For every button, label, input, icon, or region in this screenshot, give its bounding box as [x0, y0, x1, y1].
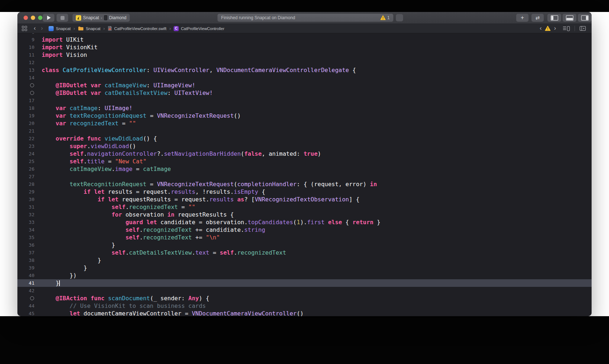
- breadcrumb-group[interactable]: Snapcat: [78, 26, 100, 31]
- line-number[interactable]: 35: [17, 234, 34, 241]
- code-line-12[interactable]: 12: [17, 59, 592, 66]
- code-line-29[interactable]: 29 if let results = request.results, !re…: [17, 188, 592, 196]
- code-line-40[interactable]: 40 }): [17, 272, 592, 279]
- outlet-connection-circle-icon[interactable]: [30, 296, 34, 300]
- line-number[interactable]: 42: [17, 287, 34, 294]
- code-line-14[interactable]: 14: [17, 74, 592, 81]
- fullscreen-window-button[interactable]: [38, 16, 42, 20]
- line-number[interactable]: 10: [17, 43, 34, 51]
- warning-badge[interactable]: 1: [380, 15, 390, 20]
- line-number[interactable]: 20: [17, 120, 34, 127]
- line-number[interactable]: 12: [17, 59, 34, 66]
- minimize-window-button[interactable]: [31, 16, 35, 20]
- code-line-13[interactable]: 13class CatProfileViewController: UIView…: [17, 66, 592, 74]
- line-number[interactable]: 18: [17, 104, 34, 112]
- line-number[interactable]: 17: [17, 97, 34, 104]
- outlet-connection-circle-icon[interactable]: [30, 91, 34, 95]
- library-add-button[interactable]: +: [516, 14, 529, 22]
- line-number[interactable]: 25: [17, 158, 34, 165]
- code-line-31[interactable]: 31 self.recognizedText = "": [17, 203, 592, 211]
- stop-button[interactable]: [57, 14, 68, 22]
- line-number[interactable]: 41: [17, 279, 34, 287]
- add-editor-button[interactable]: [580, 26, 586, 31]
- connection-gutter[interactable]: [17, 81, 34, 89]
- line-number[interactable]: 40: [17, 272, 34, 279]
- previous-issue-button[interactable]: ‹: [540, 25, 542, 31]
- code-editor[interactable]: 89import UIKit10import VisionKit11import…: [17, 33, 592, 316]
- navigate-forward-button[interactable]: ›: [41, 25, 43, 31]
- outlet-connection-circle-icon[interactable]: [30, 83, 34, 87]
- line-number[interactable]: 36: [17, 241, 34, 249]
- line-number[interactable]: 31: [17, 203, 34, 211]
- code-line-24[interactable]: 24 self.navigationController?.setNavigat…: [17, 150, 592, 158]
- line-number[interactable]: 9: [17, 36, 34, 43]
- code-line-45[interactable]: 45 let documentCameraViewController = VN…: [17, 310, 592, 316]
- related-items-button[interactable]: [22, 26, 27, 31]
- line-number[interactable]: 37: [17, 249, 34, 256]
- code-line-28[interactable]: 28 textRecognitionRequest = VNRecognizeT…: [17, 180, 592, 188]
- code-line-17[interactable]: 17: [17, 97, 592, 104]
- code-line-23[interactable]: 23 super.viewDidLoad(): [17, 142, 592, 150]
- line-number[interactable]: 13: [17, 66, 34, 74]
- code-line-36[interactable]: 36 }: [17, 241, 592, 249]
- line-number[interactable]: 21: [17, 127, 34, 135]
- navigate-back-button[interactable]: ‹: [34, 25, 36, 31]
- line-number[interactable]: 22: [17, 135, 34, 142]
- toolbar-extra-button[interactable]: [396, 14, 403, 21]
- code-line-35[interactable]: 35 self.recognizedText += "\n": [17, 234, 592, 241]
- code-line-22[interactable]: 22 override func viewDidLoad() {: [17, 135, 592, 142]
- editor-options-button[interactable]: [563, 26, 570, 31]
- line-number[interactable]: 29: [17, 188, 34, 196]
- line-number[interactable]: 14: [17, 74, 34, 81]
- code-line-27[interactable]: 27: [17, 173, 592, 180]
- scheme-selector[interactable]: Snapcat › Diamond: [72, 14, 130, 22]
- line-number[interactable]: 33: [17, 218, 34, 226]
- code-line-37[interactable]: 37 self.catDetailsTextView.text = self.r…: [17, 249, 592, 256]
- run-button[interactable]: [43, 14, 54, 22]
- code-line-41[interactable]: 41 }: [17, 279, 592, 287]
- line-number[interactable]: 45: [17, 310, 34, 316]
- code-line-34[interactable]: 34 self.recognizedText += candidiate.str…: [17, 226, 592, 234]
- line-number[interactable]: 38: [17, 256, 34, 264]
- breadcrumb-project[interactable]: Snapcat: [49, 26, 70, 31]
- code-line-15[interactable]: @IBOutlet var catImageView: UIImageView!: [17, 81, 592, 89]
- code-line-39[interactable]: 39 }: [17, 264, 592, 272]
- code-line-33[interactable]: 33 guard let candidiate = observation.to…: [17, 218, 592, 226]
- breadcrumb-symbol[interactable]: C CatProfileViewController: [174, 26, 224, 31]
- line-number[interactable]: 26: [17, 165, 34, 173]
- line-number[interactable]: 39: [17, 264, 34, 272]
- line-number[interactable]: 28: [17, 180, 34, 188]
- code-line-18[interactable]: 18 var catImage: UIImage!: [17, 104, 592, 112]
- line-number[interactable]: 23: [17, 142, 34, 150]
- code-line-20[interactable]: 20 var recognizedText = "": [17, 120, 592, 127]
- line-number[interactable]: 27: [17, 173, 34, 180]
- next-issue-button[interactable]: ›: [554, 25, 556, 31]
- line-number[interactable]: 44: [17, 302, 34, 310]
- code-line-30[interactable]: 30 if let requestResults = request.resul…: [17, 196, 592, 203]
- line-number[interactable]: 8: [17, 33, 34, 36]
- code-line-11[interactable]: 11import Vision: [17, 51, 592, 59]
- toggle-navigator-button[interactable]: [547, 14, 561, 22]
- line-number[interactable]: 30: [17, 196, 34, 203]
- line-number[interactable]: 32: [17, 211, 34, 218]
- code-line-38[interactable]: 38 }: [17, 256, 592, 264]
- code-line-9[interactable]: 9import UIKit: [17, 36, 592, 43]
- code-line-19[interactable]: 19 var textRecognitionRequest = VNRecogn…: [17, 112, 592, 120]
- code-line-32[interactable]: 32 for observation in requestResults {: [17, 211, 592, 218]
- editor-swap-button[interactable]: ⇄: [531, 14, 544, 22]
- code-line-44[interactable]: 44 // Use VisionKit to scan business car…: [17, 302, 592, 310]
- code-line-8[interactable]: 8: [17, 33, 592, 36]
- code-line-42[interactable]: 42: [17, 287, 592, 294]
- code-line-26[interactable]: 26 catImageView.image = catImage: [17, 165, 592, 173]
- toggle-debug-area-button[interactable]: [563, 14, 576, 22]
- code-line-43[interactable]: @IBAction func scanDocument(_ sender: An…: [17, 294, 592, 302]
- close-window-button[interactable]: [24, 16, 28, 20]
- line-number[interactable]: 24: [17, 150, 34, 158]
- issue-warning-button[interactable]: [545, 26, 551, 31]
- code-line-16[interactable]: @IBOutlet var catDetailsTextView: UIText…: [17, 89, 592, 97]
- connection-gutter[interactable]: [17, 294, 34, 302]
- line-number[interactable]: 34: [17, 226, 34, 234]
- connection-gutter[interactable]: [17, 89, 34, 97]
- toggle-inspector-button[interactable]: [578, 14, 592, 22]
- line-number[interactable]: 11: [17, 51, 34, 59]
